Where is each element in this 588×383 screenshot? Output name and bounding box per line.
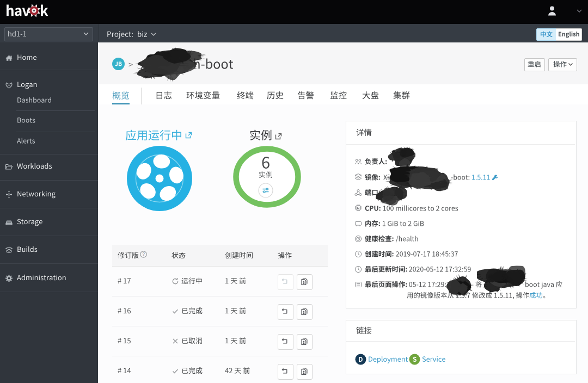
svg-text:?: ?: [142, 251, 145, 257]
